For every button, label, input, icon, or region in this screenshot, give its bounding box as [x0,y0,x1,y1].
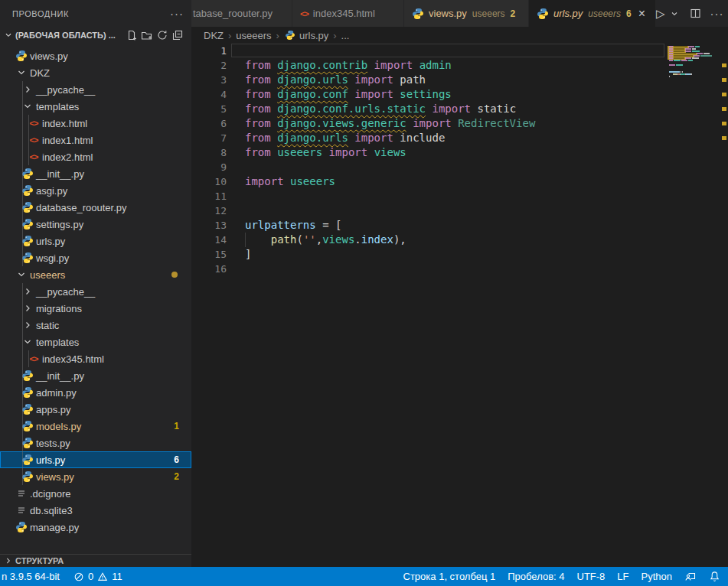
notifications-bell-icon[interactable] [709,571,720,582]
run-python-file-button[interactable]: ▷ [656,7,665,21]
minimap-line [674,46,687,47]
code-line-15[interactable]: 15] [191,247,668,262]
tree-item-asgi.py[interactable]: asgi.py [0,182,191,199]
line-number[interactable]: 11 [191,189,227,203]
code-line-12[interactable]: 12 [191,203,668,218]
outline-section-header[interactable]: СТРУКТУРА [0,554,191,567]
tree-item-views.py[interactable]: views.py [0,47,191,64]
minimap-line [691,73,692,75]
line-number[interactable]: 14 [191,233,227,247]
tree-item-urls.py[interactable]: urls.py6 [0,451,191,468]
minimap-line [692,50,700,52]
tree-item-migrations[interactable]: migrations [0,300,191,317]
tab-problem-badge: 6 [626,8,632,19]
indentation-status[interactable]: Пробелов: 4 [508,571,564,582]
tab-urls.py[interactable]: urls.pyuseeers6× [529,0,656,27]
feedback-icon[interactable] [684,571,697,582]
eol-status[interactable]: LF [617,571,628,582]
line-number[interactable]: 9 [191,160,227,174]
code-line-13[interactable]: 13urlpatterns = [ [191,218,668,233]
tree-indent-guide [22,81,23,266]
encoding-status[interactable]: UTF-8 [577,571,606,582]
line-number[interactable]: 7 [191,131,227,145]
breadcrumb-item-DKZ[interactable]: DKZ [204,30,224,41]
refresh-icon[interactable] [156,29,168,41]
line-number[interactable]: 8 [191,145,227,160]
breadcrumb-item-useeers[interactable]: useeers [236,30,271,41]
tree-item-__pycache__[interactable]: __pycache__ [0,283,191,300]
line-number[interactable]: 6 [191,116,227,131]
overview-ruler[interactable] [720,27,728,567]
tab-views.py[interactable]: views.pyuseeers2 [404,0,529,27]
cursor-position-status[interactable]: Строка 1, столбец 1 [403,571,496,582]
python-interpreter-status[interactable]: n 3.9.5 64-bit [2,571,60,582]
tree-item-models.py[interactable]: models.py1 [0,418,191,435]
tree-item-admin.py[interactable]: admin.py [0,384,191,401]
tree-item-settings.py[interactable]: settings.py [0,216,191,233]
code-line-3[interactable]: 3from django.urls import path [191,73,668,87]
tree-item-useeers[interactable]: useeers [0,266,191,283]
html-icon: <> [30,354,38,363]
close-tab-icon[interactable]: × [638,8,645,20]
breadcrumb-item-...[interactable]: ... [341,30,350,41]
breadcrumb-item-urls.py[interactable]: urls.py [284,29,328,41]
line-number[interactable]: 3 [191,73,227,87]
code-line-6[interactable]: 6from django.views.generic import Redire… [191,116,668,131]
tree-item-static[interactable]: static [0,317,191,334]
code-line-9[interactable]: 9 [191,160,668,174]
code-line-11[interactable]: 11 [191,189,668,203]
tab-tabase_roouter.py[interactable]: tabase_roouter.py [191,0,292,27]
tree-item-database_roouter.py[interactable]: database_roouter.py [0,199,191,216]
code-line-1[interactable]: 1 [191,44,668,58]
minimap-line [669,71,680,73]
code-line-8[interactable]: 8from useeers import views [191,145,668,160]
tree-item-templates[interactable]: templates [0,98,191,115]
tree-item-.dcignore[interactable]: .dcignore [0,485,191,502]
minimap[interactable] [668,44,720,197]
code-line-7[interactable]: 7from django.urls import include [191,131,668,145]
code-editor[interactable]: 12from django.contrib import admin3from … [191,44,668,276]
line-number[interactable]: 10 [191,174,227,189]
code-line-10[interactable]: 10import useeers [191,174,668,189]
tree-item-manage.py[interactable]: manage.py [0,519,191,536]
new-file-icon[interactable] [126,29,138,41]
code-line-16[interactable]: 16 [191,262,668,276]
language-mode-status[interactable]: Python [641,571,672,582]
tree-item-__init__.py[interactable]: __init__.py [0,165,191,182]
line-number[interactable]: 16 [191,262,227,276]
line-number[interactable]: 12 [191,203,227,218]
code-line-5[interactable]: 5from django.conf.urls.static import sta… [191,102,668,116]
run-dropdown-icon[interactable] [670,9,679,18]
new-folder-icon[interactable] [141,29,153,41]
line-number[interactable]: 4 [191,87,227,102]
tree-item-label: __pycache__ [36,84,95,96]
line-number[interactable]: 13 [191,218,227,233]
code-line-2[interactable]: 2from django.contrib import admin [191,58,668,73]
tree-item-views.py[interactable]: views.py2 [0,468,191,485]
tree-item-DKZ[interactable]: DKZ [0,64,191,81]
editor-more-actions-icon[interactable]: ··· [710,7,724,20]
tab-index345.html[interactable]: <>index345.html [292,0,404,27]
tree-item-urls.py[interactable]: urls.py [0,233,191,249]
line-number[interactable]: 15 [191,247,227,262]
tree-item-db.sqlite3[interactable]: db.sqlite3 [0,502,191,519]
code-line-4[interactable]: 4from django.conf import settings [191,87,668,102]
tree-item-apps.py[interactable]: apps.py [0,401,191,418]
python-icon [21,235,34,247]
more-actions-icon[interactable]: ··· [170,7,184,20]
split-editor-icon[interactable] [690,8,701,19]
line-number[interactable]: 5 [191,102,227,116]
problems-status[interactable]: 0 11 [73,571,122,582]
tree-item-__pycache__[interactable]: __pycache__ [0,81,191,98]
code-line-14[interactable]: 14 path('',views.index), [191,233,668,247]
ruler-warning-mark [722,63,726,67]
tree-item-__init__.py[interactable]: __init__.py [0,367,191,384]
minimap-line [681,71,681,73]
line-number[interactable]: 2 [191,58,227,73]
tree-item-templates[interactable]: templates [0,334,191,350]
collapse-folders-icon[interactable] [171,29,184,41]
line-number[interactable]: 1 [191,44,227,58]
tree-item-tests.py[interactable]: tests.py [0,435,191,451]
workspace-section-header[interactable]: (РАБОЧАЯ ОБЛАСТЬ) ... [0,27,191,44]
tree-item-wsgi.py[interactable]: wsgi.py [0,249,191,266]
